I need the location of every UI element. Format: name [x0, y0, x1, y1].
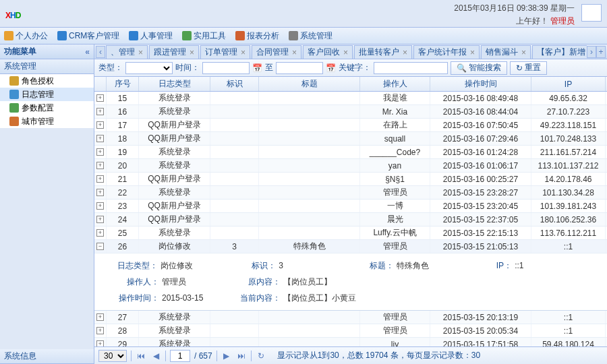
- close-icon[interactable]: ×: [190, 48, 194, 57]
- menu-1[interactable]: CRM客户管理: [57, 30, 119, 42]
- grid-body[interactable]: + 15系统登录 我是谁2015-03-16 08:49:4849.65.6.3…: [94, 92, 607, 346]
- user-icon: [4, 31, 13, 40]
- col-op[interactable]: 操作人: [360, 77, 430, 91]
- tree-item-2[interactable]: 参数配置: [0, 101, 94, 115]
- col-ip[interactable]: IP: [531, 77, 606, 91]
- table-row[interactable]: + 25系统登录 Luffy.云中帆2015-03-15 22:15:13113…: [94, 226, 607, 240]
- search-button[interactable]: 🔍智能搜索: [451, 61, 507, 75]
- calendar-icon[interactable]: 📅: [252, 63, 262, 73]
- log-icon: [9, 90, 19, 99]
- table-row[interactable]: + 17QQ新用户登录 在路上2015-03-16 07:50:4549.223…: [94, 119, 607, 132]
- pager: 30 ⏮ ◀ / 657 ▶ ⏭ ↻ 显示记录从1到30，总数 19704 条，…: [94, 346, 607, 364]
- expand-icon[interactable]: +: [96, 135, 104, 142]
- col-time[interactable]: 操作时间: [430, 77, 531, 91]
- menu-0[interactable]: 个人办公: [4, 30, 48, 42]
- table-row[interactable]: + 20系统登录 yan2015-03-16 01:06:17113.101.1…: [94, 159, 607, 173]
- last-page[interactable]: ⏭: [236, 351, 247, 361]
- filter-bar: 类型： 时间： 📅 至 📅 关键字： 🔍智能搜索 ↻重置: [94, 59, 607, 77]
- tab-7[interactable]: 销售漏斗×: [481, 45, 531, 59]
- expand-icon[interactable]: +: [96, 202, 104, 210]
- row-detail: 日志类型：岗位修改标识：3标题：特殊角色IP：::1操作人：管理员原内容：【岗位…: [94, 253, 607, 311]
- city-icon: [9, 117, 19, 126]
- col-mark[interactable]: 标识: [210, 77, 259, 91]
- tree-item-1[interactable]: 日志管理: [0, 88, 94, 101]
- table-row[interactable]: + 28系统登录 管理员2015-03-15 20:05:34::1: [94, 324, 607, 338]
- expand-icon[interactable]: +: [96, 313, 104, 321]
- table-row[interactable]: + 16系统登录 Mr. Xia2015-03-16 08:44:0427.10…: [94, 105, 607, 119]
- tab-add[interactable]: +: [596, 46, 606, 58]
- refresh-icon[interactable]: ↻: [256, 351, 266, 361]
- keyword-input[interactable]: [374, 62, 448, 74]
- datetime: 2015年03月16日 09:38:39 星期一: [454, 3, 575, 14]
- table-row[interactable]: + 15系统登录 我是谁2015-03-16 08:49:4849.65.6.3…: [94, 92, 607, 105]
- expand-icon[interactable]: +: [96, 94, 104, 102]
- table-row[interactable]: + 19系统登录 ______Code?2015-03-16 01:24:282…: [94, 146, 607, 159]
- calendar-icon[interactable]: 📅: [326, 63, 336, 73]
- expand-icon[interactable]: +: [96, 216, 104, 223]
- header-right: 2015年03月16日 09:38:39 星期一 上午好！ 管理员: [454, 3, 575, 27]
- content: ‹ 、管理×跟进管理×订单管理×合同管理×客户回收×批量转客户×客户统计年报×销…: [94, 44, 607, 364]
- close-icon[interactable]: ×: [343, 48, 348, 57]
- table-row[interactable]: + 18QQ新用户登录 squall2015-03-16 07:29:46101…: [94, 132, 607, 146]
- tab-6[interactable]: 客户统计年报×: [413, 45, 480, 59]
- expand-icon[interactable]: +: [96, 148, 104, 156]
- close-icon[interactable]: ×: [241, 48, 245, 57]
- prev-page[interactable]: ◀: [150, 351, 161, 361]
- page-input[interactable]: [170, 350, 190, 362]
- reset-button[interactable]: ↻重置: [510, 61, 547, 75]
- admin-name[interactable]: 管理员: [550, 16, 575, 26]
- accordion-header[interactable]: 系统管理: [0, 59, 94, 74]
- close-icon[interactable]: ×: [403, 48, 407, 57]
- table-row[interactable]: + 27系统登录 管理员2015-03-15 20:13:19::1: [94, 311, 607, 324]
- expand-icon[interactable]: +: [96, 340, 104, 346]
- tab-5[interactable]: 批量转客户×: [354, 45, 412, 59]
- report-icon: [235, 31, 245, 40]
- menu-2[interactable]: 人事管理: [129, 30, 173, 42]
- col-seq[interactable]: 序号: [107, 77, 139, 91]
- tab-3[interactable]: 合同管理×: [252, 45, 301, 59]
- table-row[interactable]: + 29系统登录 liy2015-03-15 17:51:5859.48.180…: [94, 338, 607, 346]
- tab-1[interactable]: 跟进管理×: [149, 45, 199, 59]
- tree-item-0[interactable]: 角色授权: [0, 74, 94, 88]
- expand-icon[interactable]: −: [96, 243, 104, 250]
- close-icon[interactable]: ×: [470, 48, 475, 57]
- expand-icon[interactable]: +: [96, 189, 104, 196]
- role-icon: [9, 76, 19, 86]
- tab-4[interactable]: 客户回收×: [303, 45, 353, 59]
- expand-icon[interactable]: +: [96, 327, 104, 334]
- col-type[interactable]: 日志类型: [139, 77, 210, 91]
- date-to[interactable]: [276, 62, 323, 74]
- expand-icon[interactable]: +: [96, 175, 104, 183]
- menu-4[interactable]: 报表分析: [235, 30, 279, 42]
- table-row[interactable]: + 22系统登录 管理员2015-03-15 23:28:27101.130.3…: [94, 186, 607, 200]
- tab-0[interactable]: 、管理×: [106, 45, 148, 59]
- tab-scroll-right[interactable]: ›: [587, 46, 596, 58]
- col-title[interactable]: 标题: [259, 77, 360, 91]
- menu-3[interactable]: 实用工具: [182, 30, 226, 42]
- tab-2[interactable]: 订单管理×: [200, 45, 250, 59]
- page-size[interactable]: 30: [98, 350, 127, 362]
- header-box[interactable]: [581, 4, 602, 22]
- date-from[interactable]: [202, 62, 250, 74]
- table-row[interactable]: + 23QQ新用户登录 一博2015-03-15 23:20:45101.39.…: [94, 200, 607, 213]
- table-row[interactable]: − 26岗位修改3 特殊角色管理员2015-03-15 21:05:13::1: [94, 240, 607, 253]
- collapse-icon[interactable]: «: [85, 47, 90, 57]
- expand-icon[interactable]: +: [96, 108, 104, 115]
- tree-item-3[interactable]: 城市管理: [0, 115, 94, 128]
- type-select[interactable]: [125, 62, 173, 74]
- expand-icon[interactable]: +: [96, 229, 104, 237]
- sidebar-bottom[interactable]: 系统信息: [0, 349, 94, 364]
- menu-5[interactable]: 系统管理: [289, 30, 333, 42]
- close-icon[interactable]: ×: [292, 48, 297, 57]
- tab-8[interactable]: 【客户】新增×: [532, 45, 587, 59]
- tab-scroll-left[interactable]: ‹: [96, 46, 105, 58]
- table-row[interactable]: + 24QQ新用户登录 晨光2015-03-15 22:37:05180.106…: [94, 213, 607, 226]
- expand-icon[interactable]: +: [96, 162, 104, 169]
- expand-icon[interactable]: +: [96, 121, 104, 129]
- next-page[interactable]: ▶: [221, 351, 232, 361]
- close-icon[interactable]: ×: [521, 48, 526, 57]
- hr-icon: [129, 31, 138, 40]
- table-row[interactable]: + 21QQ新用户登录 §N§12015-03-16 00:25:2714.20…: [94, 173, 607, 186]
- first-page[interactable]: ⏮: [136, 351, 146, 361]
- close-icon[interactable]: ×: [138, 48, 143, 57]
